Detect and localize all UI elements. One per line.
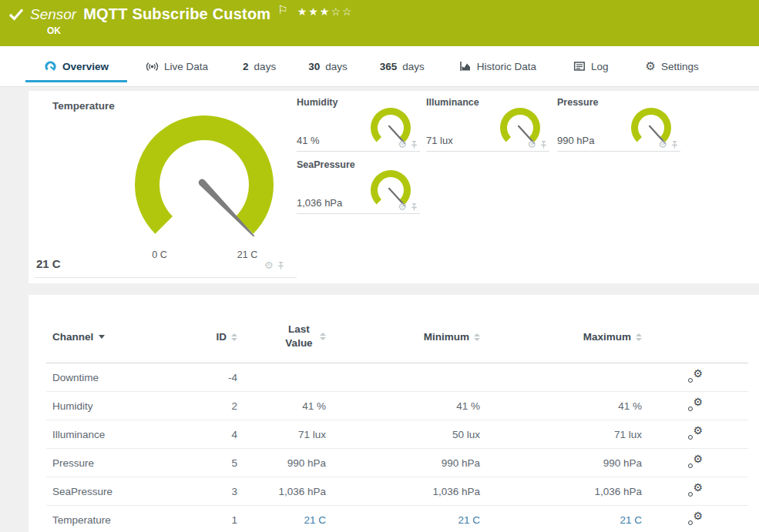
primary-channel-value: 21 C	[36, 257, 61, 270]
channel-id-cell: 2	[195, 392, 237, 420]
channels-table: Channel ID Last Value Minimum Maximum Do…	[46, 310, 748, 532]
channel-id-cell: 3	[195, 477, 237, 506]
flag-icon[interactable]: ⚐	[277, 3, 287, 17]
channel-name[interactable]: SeaPressure	[297, 159, 355, 170]
channel-id-cell: -4	[195, 363, 237, 392]
channel-id-cell: 5	[195, 449, 237, 477]
gauges-overview-card: Temperature 0 C 21 C 21 C ⚙ Humidity 41 …	[29, 91, 759, 283]
table-row-pressure: Pressure 5 990 hPa 990 hPa 990 hPa ⚙	[46, 449, 748, 477]
channel-id-cell: 4	[195, 420, 237, 449]
tab-2-days[interactable]: 2 days	[227, 46, 292, 86]
sort-icon	[320, 333, 326, 340]
sensor-status-bar: Sensor MQTT Subscribe Custom ⚐ ★★★☆☆ OK	[0, 0, 759, 46]
column-header-minimum[interactable]: Minimum	[326, 310, 480, 363]
column-header-maximum[interactable]: Maximum	[480, 310, 642, 363]
sensor-title: MQTT Subscribe Custom	[83, 5, 270, 23]
mini-gauge-panel-pressure: Pressure 990 hPa ⚙	[557, 95, 680, 152]
pin-icon[interactable]	[670, 140, 679, 149]
maximum-cell: 21 C	[480, 506, 642, 532]
log-icon	[573, 60, 586, 72]
maximum-cell: 1,036 hPa	[480, 477, 642, 506]
tab-overview[interactable]: Overview	[25, 46, 127, 86]
tab-bar: Overview Live Data 2 days 30 days 365 da…	[0, 46, 759, 87]
last-value-cell: 21 C	[237, 506, 326, 532]
table-row-humidity: Humidity 2 41 % 41 % 41 % ⚙	[46, 392, 748, 420]
channel-settings-icon[interactable]: ⚙	[687, 512, 703, 526]
channel-name-cell[interactable]: Downtime	[46, 363, 195, 392]
channel-settings-icon[interactable]: ⚙	[687, 427, 703, 440]
channels-table-card: Channel ID Last Value Minimum Maximum Do…	[29, 295, 759, 532]
minimum-cell: 50 lux	[326, 420, 480, 449]
pin-icon[interactable]	[277, 261, 285, 270]
panel-actions: ⚙	[398, 202, 418, 212]
maximum-cell: 41 %	[480, 392, 642, 420]
pin-icon[interactable]	[410, 202, 418, 212]
gear-icon[interactable]: ⚙	[398, 202, 407, 212]
last-value-cell: 990 hPa	[237, 449, 326, 477]
channel-value: 990 hPa	[557, 135, 594, 146]
channel-name[interactable]: Pressure	[557, 97, 599, 108]
table-row-temperature: Temperature 1 21 C 21 C 21 C ⚙	[46, 506, 748, 532]
gear-icon[interactable]: ⚙	[527, 139, 536, 149]
sort-icon	[231, 333, 237, 341]
gear-icon[interactable]: ⚙	[398, 139, 407, 149]
pin-icon[interactable]	[539, 140, 548, 149]
panel-actions: ⚙	[527, 139, 548, 149]
tab-365-days[interactable]: 365 days	[364, 46, 441, 86]
gear-icon: ⚙	[646, 61, 656, 72]
channel-name[interactable]: Humidity	[297, 97, 338, 108]
channel-value: 41 %	[297, 135, 320, 146]
channel-settings-icon[interactable]: ⚙	[687, 455, 703, 469]
chart-icon	[459, 60, 472, 72]
channel-name-cell[interactable]: SeaPressure	[46, 477, 195, 506]
last-value-cell: 41 %	[237, 392, 326, 420]
gear-icon[interactable]: ⚙	[264, 260, 274, 270]
pin-icon[interactable]	[410, 140, 418, 149]
channel-value: 1,036 hPa	[297, 197, 342, 209]
sensor-status-text: OK	[47, 25, 61, 36]
panel-actions: ⚙	[264, 260, 285, 270]
gauge-scale-min: 0 C	[144, 249, 175, 260]
channel-settings-icon[interactable]: ⚙	[687, 370, 703, 383]
channel-name-cell[interactable]: Pressure	[46, 449, 195, 477]
maximum-cell: 990 hPa	[480, 449, 642, 477]
panel-divider	[35, 277, 297, 278]
minimum-cell: 1,036 hPa	[326, 477, 480, 506]
tab-historic-data[interactable]: Historic Data	[441, 46, 555, 86]
object-kind-label: Sensor	[30, 6, 76, 23]
table-row-seapressure: SeaPressure 3 1,036 hPa 1,036 hPa 1,036 …	[46, 477, 748, 506]
priority-stars[interactable]: ★★★☆☆	[297, 5, 354, 18]
broadcast-icon	[146, 60, 159, 73]
tab-live-data[interactable]: Live Data	[127, 46, 227, 86]
table-row-illuminance: Illuminance 4 71 lux 50 lux 71 lux ⚙	[46, 420, 748, 449]
panel-actions: ⚙	[658, 139, 679, 149]
gauge-icon	[44, 60, 57, 73]
gear-icon[interactable]: ⚙	[658, 139, 667, 149]
minimum-cell	[326, 363, 480, 392]
minimum-cell: 21 C	[326, 506, 480, 532]
channel-name-cell[interactable]: Humidity	[46, 392, 195, 420]
sort-desc-icon	[99, 335, 105, 339]
channel-settings-icon[interactable]: ⚙	[687, 483, 703, 497]
channel-value: 71 lux	[426, 135, 453, 146]
table-header-row: Channel ID Last Value Minimum Maximum	[46, 310, 748, 363]
tab-30-days[interactable]: 30 days	[292, 46, 364, 86]
tab-settings[interactable]: ⚙ Settings	[627, 46, 717, 86]
sort-icon	[474, 333, 480, 341]
table-row-downtime: Downtime -4 ⚙	[46, 363, 748, 392]
primary-channel-name[interactable]: Temperature	[52, 100, 115, 112]
channel-name-cell[interactable]: Temperature	[46, 506, 195, 532]
column-header-channel[interactable]: Channel	[46, 310, 195, 363]
channel-name-cell[interactable]: Illuminance	[46, 420, 195, 449]
column-header-last-value[interactable]: Last Value	[237, 310, 326, 363]
sort-icon	[636, 333, 642, 341]
column-header-id[interactable]: ID	[195, 310, 237, 363]
mini-gauge-panel-illuminance: Illuminance 71 lux ⚙	[426, 95, 549, 152]
channel-name[interactable]: Illuminance	[426, 97, 479, 108]
maximum-cell	[480, 363, 642, 392]
tab-log[interactable]: Log	[555, 46, 627, 86]
channel-settings-icon[interactable]: ⚙	[687, 398, 703, 412]
panel-actions: ⚙	[398, 139, 418, 149]
channel-id-cell: 1	[195, 506, 237, 532]
column-header-actions	[642, 310, 748, 363]
